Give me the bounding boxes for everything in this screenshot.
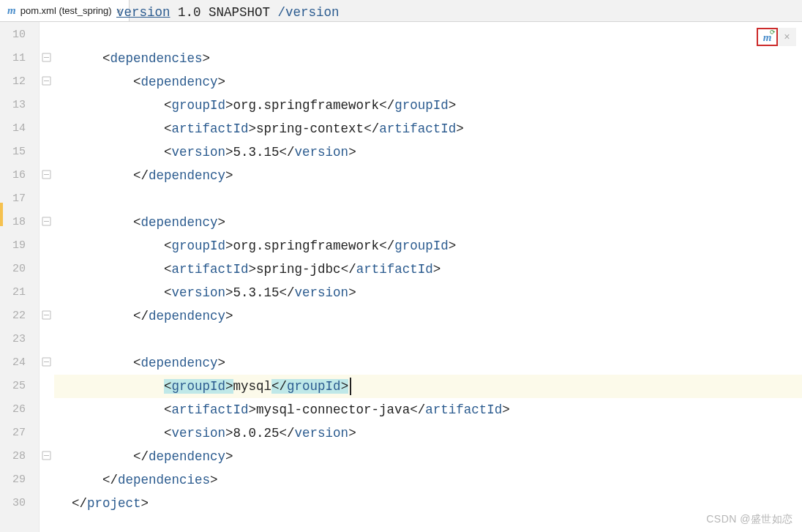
code-line[interactable]: <dependency> xyxy=(54,70,802,94)
line-number: 27 xyxy=(0,422,39,445)
line-number: 17 xyxy=(0,187,39,211)
fold-icon[interactable] xyxy=(42,53,51,62)
code-line[interactable] xyxy=(54,23,802,47)
fold-icon[interactable] xyxy=(42,451,51,460)
code-line[interactable]: </project> xyxy=(54,492,802,515)
line-number: 13 xyxy=(0,94,39,117)
code-line[interactable]: <artifactId>mysql-connector-java</artifa… xyxy=(54,398,802,422)
line-number: 20 xyxy=(0,258,39,281)
line-number: 14 xyxy=(0,117,39,141)
line-gutter: 1011121314151617181920212223242526272829… xyxy=(0,22,40,532)
code-line[interactable] xyxy=(54,328,802,351)
line-number: 28 xyxy=(0,445,39,468)
code-line[interactable]: <version>5.3.15</version> xyxy=(54,281,802,304)
watermark: CSDN @盛世如恋 xyxy=(706,513,793,526)
fold-icon[interactable] xyxy=(42,357,51,367)
code-line[interactable]: <artifactId>spring-jdbc</artifactId> xyxy=(54,258,802,281)
line-number: 24 xyxy=(0,351,39,375)
line-number: 30 xyxy=(0,492,39,515)
line-number: 23 xyxy=(0,328,39,351)
code-line[interactable]: <groupId>org.springframework</groupId> xyxy=(54,234,802,258)
fold-column xyxy=(40,22,54,532)
line-number: 19 xyxy=(0,234,39,258)
line-number: 12 xyxy=(0,70,39,94)
code-line[interactable]: <dependency> xyxy=(54,211,802,234)
code-line[interactable]: <artifactId>spring-context</artifactId> xyxy=(54,117,802,141)
code-line[interactable]: </dependency> xyxy=(54,445,802,468)
line-number: 11 xyxy=(0,47,39,70)
code-line[interactable]: <dependencies> xyxy=(54,47,802,70)
change-marker xyxy=(0,203,3,226)
fold-icon[interactable] xyxy=(42,310,51,320)
line-number: 22 xyxy=(0,304,39,328)
code-line[interactable]: <version>5.3.15</version> xyxy=(54,141,802,164)
code-area[interactable]: version 1.0 SNAPSHOT /version m ⟳ × <dep… xyxy=(54,22,802,532)
line-number: 26 xyxy=(0,398,39,422)
line-number: 21 xyxy=(0,281,39,304)
code-line[interactable] xyxy=(54,187,802,211)
tab-filename: pom.xml (test_spring) xyxy=(20,5,112,16)
code-line[interactable]: </dependency> xyxy=(54,164,802,187)
code-line[interactable]: <dependency> xyxy=(54,351,802,375)
file-tab[interactable]: m pom.xml (test_spring) × xyxy=(0,0,130,21)
fold-icon[interactable] xyxy=(42,170,51,179)
maven-icon: m xyxy=(7,4,16,17)
code-line[interactable]: <version>8.0.25</version> xyxy=(54,422,802,445)
code-line[interactable]: </dependencies> xyxy=(54,468,802,492)
line-number: 10 xyxy=(0,23,39,47)
line-number: 16 xyxy=(0,164,39,187)
truncated-prev-line: version 1.0 SNAPSHOT /version xyxy=(116,1,340,24)
fold-icon[interactable] xyxy=(42,76,51,86)
code-line[interactable]: <groupId>org.springframework</groupId> xyxy=(54,94,802,117)
line-number: 29 xyxy=(0,468,39,492)
code-line[interactable]: </dependency> xyxy=(54,304,802,328)
editor: 1011121314151617181920212223242526272829… xyxy=(0,22,802,532)
fold-icon[interactable] xyxy=(42,217,51,226)
line-number: 15 xyxy=(0,141,39,164)
code-line[interactable]: <groupId>mysql</groupId> xyxy=(54,375,802,398)
line-number: 25 xyxy=(0,375,39,398)
line-number: 18 xyxy=(0,211,39,234)
